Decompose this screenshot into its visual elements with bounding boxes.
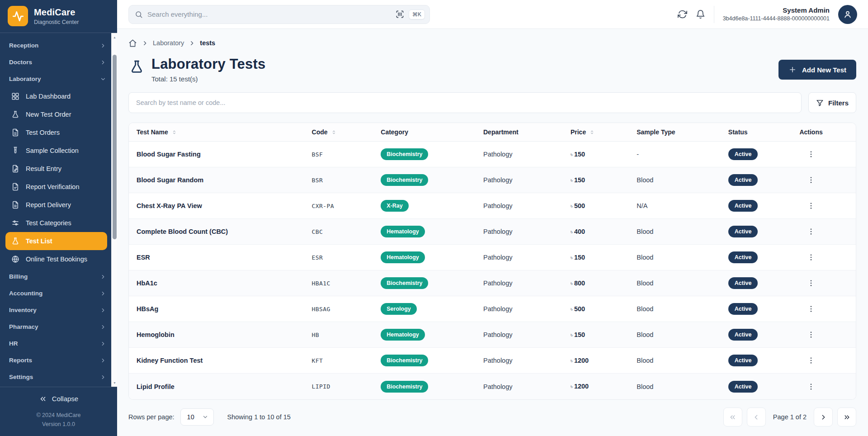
user-id: 3b4d6e8a-1111-4444-8888-000000000001	[723, 15, 830, 23]
status-badge: Active	[728, 277, 758, 289]
bell-icon[interactable]	[696, 9, 705, 19]
status-badge: Active	[728, 148, 758, 160]
sliders-icon	[11, 219, 19, 227]
sidebar-item-label: Test Categories	[26, 219, 71, 227]
sidebar-item-online-test-bookings[interactable]: Online Test Bookings	[0, 250, 117, 268]
price-value: 150	[574, 254, 585, 261]
row-actions-button[interactable]	[805, 277, 817, 289]
category-badge: Biochemistry	[381, 174, 428, 186]
cell-code: BSF	[304, 151, 373, 158]
column-header-department: Department	[476, 128, 563, 136]
sidebar-group-reception[interactable]: Reception	[0, 37, 117, 54]
sidebar-item-lab-dashboard[interactable]: Lab Dashboard	[0, 87, 117, 105]
rows-per-page-select[interactable]: 10	[180, 408, 214, 426]
chevron-right-icon	[100, 274, 106, 280]
column-header-test-name[interactable]: Test Name	[129, 128, 304, 136]
collapse-button[interactable]: Collapse	[0, 387, 117, 410]
sidebar-group-accounting[interactable]: Accounting	[0, 285, 117, 302]
row-actions-button[interactable]	[805, 174, 817, 186]
sidebar-item-test-categories[interactable]: Test Categories	[0, 214, 117, 232]
showing-text: Showing 1 to 10 of 15	[227, 413, 291, 421]
file-text-icon	[11, 201, 19, 209]
cell-sample-type: Blood	[629, 305, 721, 313]
global-search-input[interactable]	[147, 10, 391, 18]
first-page-button[interactable]	[723, 408, 742, 427]
chevron-right-icon	[100, 307, 106, 313]
avatar[interactable]	[838, 5, 857, 24]
global-search[interactable]: ⌘K	[128, 5, 430, 24]
sidebar-scrollbar[interactable]: ▲ ▼	[111, 33, 117, 387]
sidebar-group-reports[interactable]: Reports	[0, 352, 117, 369]
sidebar-item-test-orders[interactable]: Test Orders	[0, 123, 117, 142]
scrollbar-thumb[interactable]	[113, 55, 117, 239]
sidebar-group-billing[interactable]: Billing	[0, 268, 117, 285]
currency-symbol: ৳	[571, 151, 573, 158]
sidebar-group-settings[interactable]: Settings	[0, 369, 117, 385]
row-actions-button[interactable]	[805, 226, 817, 237]
sidebar-group-inventory[interactable]: Inventory	[0, 302, 117, 318]
tests-table: Test NameCodeCategoryDepartmentPriceSamp…	[128, 123, 856, 400]
sidebar-item-report-verification[interactable]: Report Verification	[0, 178, 117, 196]
sidebar-group-laboratory[interactable]: Laboratory	[0, 71, 117, 87]
file-text-icon	[11, 128, 19, 137]
chevrons-left-icon	[39, 395, 47, 403]
breadcrumb-item-laboratory[interactable]: Laboratory	[153, 39, 184, 47]
currency-symbol: ৳	[571, 306, 573, 313]
row-actions-button[interactable]	[805, 329, 817, 341]
row-actions-button[interactable]	[805, 303, 817, 315]
refresh-icon[interactable]	[678, 9, 687, 19]
sidebar-item-report-delivery[interactable]: Report Delivery	[0, 196, 117, 214]
test-search-input[interactable]	[128, 92, 802, 113]
table-row-bsf: Blood Sugar FastingBSFBiochemistryPathol…	[129, 142, 856, 167]
cell-category: Biochemistry	[373, 277, 476, 289]
prev-page-button[interactable]	[747, 408, 766, 427]
table-row-cbc: Complete Blood Count (CBC)CBCHematologyP…	[129, 219, 856, 245]
cell-department: Pathology	[476, 254, 563, 261]
column-label: Actions	[799, 128, 822, 136]
sidebar-item-label: Lab Dashboard	[26, 93, 71, 100]
row-actions-button[interactable]	[805, 148, 817, 160]
add-new-test-button[interactable]: Add New Test	[778, 60, 856, 80]
sidebar-item-label: Test Orders	[26, 129, 60, 136]
cell-price: ৳150	[563, 331, 629, 339]
status-badge: Active	[728, 355, 758, 366]
sidebar-item-test-list[interactable]: Test List	[5, 232, 107, 250]
next-page-button[interactable]	[814, 408, 833, 427]
column-header-price[interactable]: Price	[563, 128, 629, 136]
row-actions-button[interactable]	[805, 355, 817, 366]
cell-price: ৳500	[563, 305, 629, 313]
sidebar-group-label: Reports	[9, 357, 32, 364]
cell-department: Pathology	[476, 151, 563, 158]
sidebar-item-sample-collection[interactable]: Sample Collection	[0, 142, 117, 160]
sidebar-group-pharmacy[interactable]: Pharmacy	[0, 318, 117, 335]
row-actions-button[interactable]	[805, 251, 817, 263]
barcode-scan-icon[interactable]	[396, 10, 404, 19]
cell-price: ৳150	[563, 151, 629, 158]
cell-category: Hematology	[373, 226, 476, 237]
row-actions-button[interactable]	[805, 200, 817, 212]
scrollbar-up-icon[interactable]: ▲	[112, 34, 117, 40]
sidebar-group-label: Settings	[9, 374, 33, 380]
sidebar-item-label: Online Test Bookings	[26, 256, 87, 263]
price-value: 1200	[574, 383, 589, 390]
column-header-code[interactable]: Code	[304, 128, 373, 136]
cell-status: Active	[721, 148, 792, 160]
sort-icon	[331, 129, 337, 135]
sidebar-group-label: Doctors	[9, 59, 32, 66]
cell-sample-type: Blood	[629, 228, 721, 235]
sidebar-item-new-test-order[interactable]: New Test Order	[0, 105, 117, 123]
sidebar-item-result-entry[interactable]: Result Entry	[0, 160, 117, 178]
sidebar: MediCare Diagnostic Center ReceptionDoct…	[0, 0, 117, 436]
scrollbar-down-icon[interactable]: ▼	[112, 379, 117, 386]
filters-button[interactable]: Filters	[808, 92, 856, 113]
sidebar-group-hr[interactable]: HR	[0, 335, 117, 352]
sidebar-group-label: Laboratory	[9, 76, 41, 82]
sidebar-group-doctors[interactable]: Doctors	[0, 54, 117, 71]
currency-symbol: ৳	[571, 383, 573, 390]
last-page-button[interactable]	[837, 408, 856, 427]
home-icon[interactable]	[128, 39, 137, 47]
row-actions-button[interactable]	[805, 381, 817, 393]
cell-department: Pathology	[476, 202, 563, 209]
status-badge: Active	[728, 381, 758, 393]
page-subtitle: Total: 15 test(s)	[151, 75, 265, 83]
